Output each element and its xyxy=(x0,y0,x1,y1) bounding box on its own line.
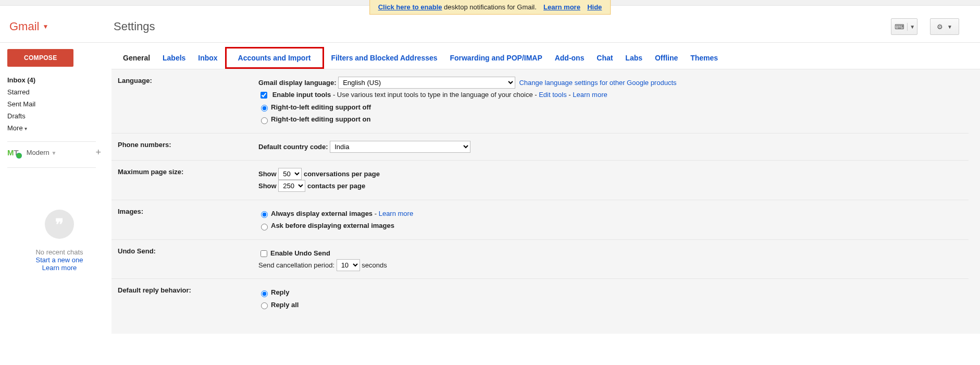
caret-down-icon: ▼ xyxy=(43,23,49,30)
enable-undo-send-checkbox[interactable] xyxy=(260,250,267,257)
country-code-label: Default country code: xyxy=(258,143,328,151)
reply-label: Reply xyxy=(271,288,289,296)
hangouts-start-link[interactable]: Start a new one xyxy=(7,256,111,264)
header-tools: ⌨ ▼ ⚙ ▼ xyxy=(891,18,980,35)
images-learn-more-link[interactable]: Learn more xyxy=(379,210,413,217)
reply-all-label: Reply all xyxy=(271,301,299,309)
settings-gear-button[interactable]: ⚙ ▼ xyxy=(930,18,959,35)
input-tools-desc: - Use various text input tools to type i… xyxy=(331,91,539,99)
notify-text: desktop notifications for Gmail. xyxy=(444,3,537,11)
keyboard-icon: ⌨ xyxy=(891,23,908,31)
display-language-select[interactable]: English (US) xyxy=(338,77,515,89)
sidebar: COMPOSE Inbox (4) Starred Sent Mail Draf… xyxy=(0,43,111,334)
desktop-notify-banner: Click here to enable desktop notificatio… xyxy=(369,0,611,15)
input-tools-button[interactable]: ⌨ ▼ xyxy=(891,18,917,35)
rtl-on-label: Right-to-left editing support on xyxy=(271,115,370,123)
seconds-text: seconds xyxy=(362,261,387,269)
tab-offline[interactable]: Offline xyxy=(650,50,683,66)
caret-down-icon: ▾ xyxy=(24,126,27,131)
setting-row-language: Language: Gmail display language: Englis… xyxy=(111,69,969,133)
ask-before-images-radio[interactable] xyxy=(261,224,268,230)
tab-labels[interactable]: Labels xyxy=(157,50,191,66)
sidebar-item-sent[interactable]: Sent Mail xyxy=(7,98,111,110)
always-display-images-label: Always display external images xyxy=(271,210,373,217)
sidebar-item-starred[interactable]: Starred xyxy=(7,86,111,98)
hangouts-empty-text: No recent chats xyxy=(7,248,111,256)
gear-icon: ⚙ xyxy=(937,23,943,31)
tab-accounts-import[interactable]: Accounts and Import xyxy=(225,47,324,69)
gmail-brand-menu[interactable]: Gmail ▼ xyxy=(0,20,114,33)
tab-addons[interactable]: Add-ons xyxy=(550,50,590,66)
setting-row-default-reply: Default reply behavior: Reply Reply all xyxy=(111,279,969,318)
enable-notifications-link[interactable]: Click here to enable xyxy=(378,3,442,11)
settings-main: General Labels Inbox Accounts and Import… xyxy=(111,43,980,334)
input-tools-label: Enable input tools xyxy=(272,91,331,99)
country-code-select[interactable]: India xyxy=(330,141,470,153)
conversations-per-page-select[interactable]: 50 xyxy=(278,168,302,180)
sidebar-label-modern[interactable]: MT Modern ▼ + xyxy=(7,147,101,158)
add-label-icon[interactable]: + xyxy=(95,147,101,158)
enable-input-tools-checkbox[interactable] xyxy=(260,92,267,99)
caret-down-icon: ▼ xyxy=(51,150,56,156)
setting-row-phone: Phone numbers: Default country code: Ind… xyxy=(111,133,969,161)
setting-label: Default reply behavior: xyxy=(118,286,258,311)
setting-row-undo-send: Undo Send: Enable Undo Send Send cancell… xyxy=(111,240,969,279)
setting-label: Phone numbers: xyxy=(118,141,258,153)
caret-down-icon: ▼ xyxy=(908,24,917,30)
contacts-per-page-text: contacts per page xyxy=(307,182,365,190)
cancellation-period-label: Send cancellation period: xyxy=(258,261,334,269)
reply-all-radio[interactable] xyxy=(261,302,268,309)
label-icon: MT xyxy=(7,148,23,157)
cancellation-period-select[interactable]: 10 xyxy=(337,259,360,271)
tab-themes[interactable]: Themes xyxy=(685,50,723,66)
hangouts-quote-icon: ❞ xyxy=(45,210,74,239)
page-title: Settings xyxy=(114,20,891,33)
edit-tools-link[interactable]: Edit tools xyxy=(539,91,566,99)
display-language-label: Gmail display language: xyxy=(258,79,337,87)
setting-label: Maximum page size: xyxy=(118,168,258,192)
tab-chat[interactable]: Chat xyxy=(591,50,618,66)
sidebar-item-inbox[interactable]: Inbox (4) xyxy=(7,74,111,86)
setting-row-page-size: Maximum page size: Show 50 conversations… xyxy=(111,161,969,200)
tab-general[interactable]: General xyxy=(118,50,155,66)
rtl-off-radio[interactable] xyxy=(261,105,268,112)
tab-filters[interactable]: Filters and Blocked Addresses xyxy=(326,50,442,66)
setting-row-images: Images: Always display external images -… xyxy=(111,200,969,240)
ask-before-images-label: Ask before displaying external images xyxy=(271,222,394,229)
notify-learn-more-link[interactable]: Learn more xyxy=(543,3,580,11)
hangouts-learn-more-link[interactable]: Learn more xyxy=(7,264,111,272)
notify-hide-link[interactable]: Hide xyxy=(587,3,602,11)
enable-undo-send-label: Enable Undo Send xyxy=(270,249,330,257)
setting-label: Images: xyxy=(118,208,258,232)
tab-labs[interactable]: Labs xyxy=(620,50,648,66)
setting-label: Undo Send: xyxy=(118,247,258,272)
tab-forwarding[interactable]: Forwarding and POP/IMAP xyxy=(444,50,547,66)
tab-inbox[interactable]: Inbox xyxy=(193,50,222,66)
sidebar-more[interactable]: More ▾ xyxy=(7,122,111,134)
change-language-link[interactable]: Change language settings for other Googl… xyxy=(519,79,676,87)
contacts-per-page-select[interactable]: 250 xyxy=(278,180,305,192)
always-display-images-radio[interactable] xyxy=(261,211,268,218)
sidebar-item-drafts[interactable]: Drafts xyxy=(7,110,111,122)
reply-radio[interactable] xyxy=(261,290,268,297)
input-tools-learn-more-link[interactable]: Learn more xyxy=(573,91,607,99)
setting-label: Language: xyxy=(118,77,258,126)
caret-down-icon: ▼ xyxy=(947,24,952,30)
rtl-on-radio[interactable] xyxy=(261,117,268,124)
hangouts-widget: ❞ No recent chats Start a new one Learn … xyxy=(7,210,111,272)
settings-tabs: General Labels Inbox Accounts and Import… xyxy=(111,46,980,69)
conversations-per-page-text: conversations per page xyxy=(304,170,380,178)
rtl-off-label: Right-to-left editing support off xyxy=(271,103,371,111)
compose-button[interactable]: COMPOSE xyxy=(7,49,73,67)
settings-content: Language: Gmail display language: Englis… xyxy=(111,69,980,334)
